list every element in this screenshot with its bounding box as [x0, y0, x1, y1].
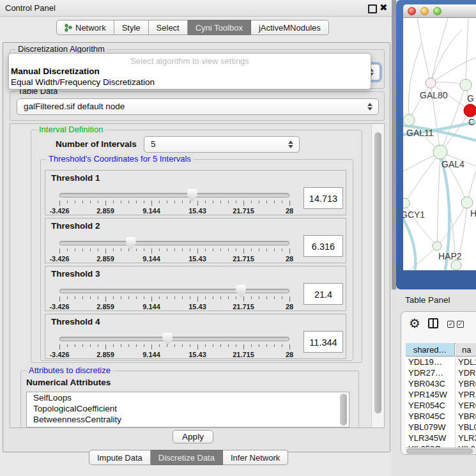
split-view-icon[interactable] — [428, 318, 438, 328]
slider-track[interactable] — [59, 337, 289, 341]
network-node[interactable] — [461, 197, 473, 208]
checkbox-icon-2[interactable]: ✓ — [457, 321, 464, 328]
threshold-value-input[interactable]: 21.4 — [303, 283, 343, 305]
numerical-attributes-list[interactable]: SelfLoopsTopologicalCoefficientBetweenne… — [26, 392, 349, 427]
table-row[interactable]: YER054CYER0 — [406, 400, 476, 411]
table-row[interactable]: YBR043CYBR0 — [406, 378, 476, 389]
tab-network[interactable]: Network — [56, 20, 114, 35]
network-node[interactable] — [403, 198, 410, 208]
bottom-tab-bar: Impute Data Discretize Data Infer Networ… — [89, 450, 288, 464]
tab-select[interactable]: Select — [149, 20, 188, 35]
slider-track[interactable] — [59, 289, 289, 293]
threshold-slider[interactable]: -3.4262.8599.14415.4321.71528 — [59, 236, 289, 263]
slider-ticks — [59, 296, 289, 302]
content-scrollbar-thumb[interactable] — [374, 132, 381, 413]
slider-tick — [190, 201, 190, 203]
slider-track[interactable] — [59, 241, 289, 245]
slider-tick — [182, 249, 183, 251]
popup-item-equal-width[interactable]: Equal Width/Frequency Discretization — [11, 77, 155, 87]
network-canvas[interactable]: GAL80GCGAL11GAL4GCY1HHAP2 — [403, 18, 476, 270]
table-row[interactable]: YDL19…YDL1 — [406, 357, 476, 367]
table-data-combobox[interactable]: galFiltered.sif default node — [17, 98, 379, 115]
table-row[interactable]: YBR045CYBR0 — [406, 411, 476, 422]
content-scrollbar[interactable] — [371, 124, 385, 427]
attributes-group-label: Attributes to discretize — [26, 365, 113, 375]
slider-tick — [174, 344, 175, 347]
slider-thumb[interactable] — [187, 189, 197, 202]
traffic-light-minimize-icon[interactable] — [420, 7, 429, 15]
network-window[interactable]: GAL80GCGAL11GAL4GCY1HHAP2 — [396, 0, 476, 289]
network-edge[interactable] — [409, 83, 431, 120]
slider-thumb[interactable] — [126, 237, 136, 250]
traffic-light-zoom-icon[interactable] — [433, 7, 441, 15]
network-node-label: GAL80 — [420, 90, 448, 100]
table-hscrollbar[interactable] — [406, 447, 476, 455]
slider-tick-label: 28 — [286, 351, 293, 358]
network-edge[interactable] — [404, 152, 440, 203]
network-edge[interactable] — [408, 246, 437, 270]
tab-style[interactable]: Style — [114, 20, 149, 35]
network-node[interactable] — [426, 78, 436, 88]
threshold-value-input[interactable]: 6.316 — [303, 235, 343, 257]
tab-jactivemnodules[interactable]: jActiveMNodules — [251, 20, 329, 35]
slider-tick — [121, 344, 121, 347]
bottom-tab-impute-data[interactable]: Impute Data — [89, 450, 151, 465]
apply-button[interactable]: Apply — [173, 430, 213, 443]
slider-tick — [90, 249, 91, 251]
network-node[interactable] — [451, 260, 461, 270]
table-row[interactable]: YBL079WYBL0 — [406, 422, 476, 433]
network-edge[interactable] — [417, 18, 431, 83]
slider-tick — [243, 344, 244, 349]
attribute-list-item[interactable]: BetweennessCentrality — [27, 414, 349, 425]
table-hscrollbar-thumb[interactable] — [406, 449, 473, 454]
slider-thumb[interactable] — [162, 333, 173, 346]
attribute-list-item[interactable]: SelfLoops — [27, 392, 349, 403]
bottom-tab-infer-network[interactable]: Infer Network — [223, 450, 288, 465]
network-node[interactable] — [460, 79, 472, 91]
slider-tick — [213, 296, 213, 299]
network-edge[interactable] — [437, 152, 440, 246]
network-node[interactable] — [464, 104, 476, 117]
network-edge[interactable] — [466, 18, 468, 85]
checkbox-icon-1[interactable]: ✓ — [447, 321, 454, 328]
slider-track[interactable] — [59, 193, 289, 197]
float-window-icon[interactable] — [368, 4, 377, 13]
table-row[interactable]: YPR145WYPR1 — [406, 389, 476, 400]
network-edge[interactable] — [431, 29, 462, 83]
threshold-value-input[interactable]: 14.713 — [303, 187, 343, 209]
threshold-slider[interactable]: -3.4262.8599.14415.4321.71528 — [59, 188, 289, 215]
slider-tick-label: -3.426 — [49, 303, 69, 311]
network-window-titlebar[interactable] — [403, 4, 476, 18]
close-icon[interactable]: ✖ — [380, 2, 388, 13]
table-row[interactable]: YLR345WYLR3 — [406, 433, 476, 443]
table-row[interactable]: YDR27…YDR2 — [406, 367, 476, 378]
slider-thumb[interactable] — [236, 285, 246, 298]
traffic-light-close-icon[interactable] — [408, 7, 416, 15]
slider-tick — [144, 344, 144, 347]
popup-item-manual-discretization[interactable]: Manual Discretization — [11, 66, 100, 76]
column-header-shared-name[interactable]: shared… — [406, 343, 455, 357]
slider-tick-label: 15.43 — [188, 207, 206, 215]
network-node[interactable] — [433, 145, 447, 159]
list-scrollbar[interactable] — [340, 394, 347, 426]
slider-tick — [259, 344, 259, 347]
network-node[interactable] — [433, 242, 441, 250]
slider-tick — [182, 344, 183, 347]
settings-gear-icon[interactable]: ⚙ — [409, 316, 420, 331]
slider-tick — [197, 296, 198, 302]
threshold-slider[interactable]: -3.4262.8599.14415.4321.71528 — [59, 332, 289, 359]
threshold-slider[interactable]: -3.4262.8599.14415.4321.71528 — [59, 284, 289, 311]
network-node[interactable] — [403, 114, 415, 126]
attribute-list-item[interactable]: TopologicalCoefficient — [27, 403, 349, 414]
number-of-intervals-combobox[interactable]: 5 — [144, 136, 300, 153]
network-edge[interactable] — [431, 58, 476, 83]
tab-cyni-toolbox[interactable]: Cyni Toolbox — [188, 20, 251, 35]
network-edge-highlighted[interactable] — [403, 215, 415, 270]
network-edge[interactable] — [408, 43, 421, 120]
slider-tick — [105, 344, 106, 349]
slider-tick — [228, 249, 229, 251]
column-header-name[interactable]: na — [456, 343, 476, 357]
bottom-tab-discretize-data[interactable]: Discretize Data — [151, 450, 223, 465]
slider-tick — [220, 296, 221, 299]
threshold-value-input[interactable]: 11.344 — [303, 331, 343, 353]
